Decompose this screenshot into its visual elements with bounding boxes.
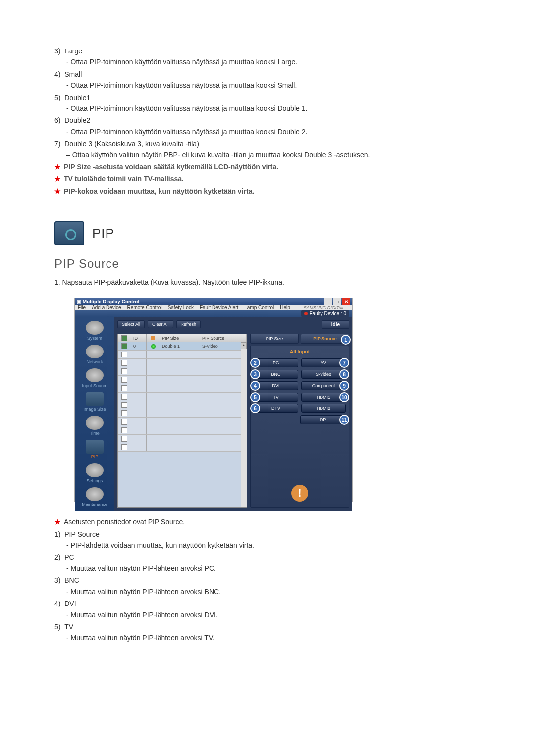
table-row[interactable] bbox=[118, 418, 247, 426]
table-row[interactable] bbox=[118, 443, 247, 452]
col-status bbox=[147, 334, 160, 342]
note: ★TV tulolähde toimii vain TV-mallissa. bbox=[54, 173, 481, 184]
idle-button[interactable]: Idle bbox=[322, 320, 349, 329]
table-row[interactable] bbox=[118, 393, 247, 401]
select-all-button[interactable]: Select All bbox=[117, 320, 145, 328]
col-pip-source[interactable]: PIP Source bbox=[200, 334, 247, 342]
tab-pip-source[interactable]: PIP Source1 bbox=[301, 334, 349, 344]
pc-button[interactable]: PC2 bbox=[254, 358, 298, 367]
note: ★Asetusten perustiedot ovat PIP Source. bbox=[54, 516, 481, 527]
row-checkbox[interactable] bbox=[121, 360, 127, 366]
table-row[interactable] bbox=[118, 435, 247, 443]
note: ★PIP Size -asetusta voidaan säätää kytke… bbox=[54, 161, 481, 172]
status-header-icon bbox=[151, 336, 155, 340]
table-row[interactable] bbox=[118, 384, 247, 393]
sidebar-item-system[interactable]: System bbox=[77, 321, 112, 341]
sidebar-item-maintenance[interactable]: Maintenance bbox=[77, 487, 112, 507]
table-row[interactable]: 0 Double 1 S-Video bbox=[118, 342, 247, 351]
table-row[interactable] bbox=[118, 376, 247, 384]
row-checkbox[interactable] bbox=[121, 394, 127, 400]
callout-3: 3 bbox=[250, 369, 260, 379]
dvi-button[interactable]: DVI4 bbox=[254, 381, 298, 390]
table-row[interactable] bbox=[118, 359, 247, 367]
row-checkbox[interactable] bbox=[121, 419, 127, 425]
hdmi2-button[interactable]: HDMI2 bbox=[301, 404, 346, 413]
row-checkbox[interactable] bbox=[121, 444, 127, 450]
status-dot-icon bbox=[304, 312, 308, 315]
av-button[interactable]: AV7 bbox=[301, 358, 346, 367]
tab-pip-size[interactable]: PIP Size bbox=[250, 334, 299, 344]
maximize-icon[interactable]: □ bbox=[333, 298, 341, 305]
table-row[interactable] bbox=[118, 351, 247, 359]
minimize-icon[interactable]: _ bbox=[324, 298, 332, 305]
list-item: 1) PIP Source- PIP-lähdettä voidaan muut… bbox=[54, 529, 481, 551]
row-checkbox[interactable] bbox=[121, 410, 127, 416]
close-icon[interactable]: ✕ bbox=[342, 298, 350, 305]
section-title: PIP bbox=[92, 226, 114, 241]
callout-7: 7 bbox=[339, 358, 349, 368]
row-checkbox[interactable] bbox=[121, 402, 127, 408]
table-row[interactable] bbox=[118, 367, 247, 376]
menu-safety-lock[interactable]: Safety Lock bbox=[168, 305, 194, 310]
component-button[interactable]: Component9 bbox=[301, 381, 346, 390]
menu-lamp-control[interactable]: Lamp Control bbox=[244, 305, 274, 310]
clear-all-button[interactable]: Clear All bbox=[148, 320, 173, 328]
scrollbar[interactable]: ▴ bbox=[241, 342, 247, 507]
refresh-button[interactable]: Refresh bbox=[176, 320, 201, 328]
sidebar-item-settings[interactable]: Settings bbox=[77, 463, 112, 483]
header-checkbox[interactable] bbox=[121, 335, 127, 341]
menu-add-device[interactable]: Add a Device bbox=[92, 305, 121, 310]
sidebar-item-time[interactable]: Time bbox=[77, 416, 112, 436]
section-header: PIP bbox=[54, 221, 481, 245]
maintenance-icon bbox=[86, 487, 104, 501]
table-row[interactable] bbox=[118, 409, 247, 418]
pip-panel: PIP Size PIP Source1 All Input PC2 AV7 B… bbox=[250, 334, 349, 508]
callout-11: 11 bbox=[339, 415, 349, 425]
scroll-up-icon[interactable]: ▴ bbox=[241, 342, 247, 349]
tv-button[interactable]: TV5 bbox=[254, 393, 298, 402]
hdmi1-button[interactable]: HDMI110 bbox=[301, 393, 346, 402]
row-checkbox[interactable] bbox=[121, 352, 127, 357]
row-checkbox[interactable] bbox=[121, 377, 127, 383]
callout-2: 2 bbox=[250, 358, 260, 368]
sidebar-item-network[interactable]: Network bbox=[77, 345, 112, 364]
all-input-label: All Input bbox=[254, 349, 346, 354]
menu-file[interactable]: File bbox=[78, 305, 86, 310]
note: ★PIP-kokoa voidaan muuttaa, kun näyttöön… bbox=[54, 186, 481, 197]
sidebar-item-pip[interactable]: PIP bbox=[77, 440, 112, 459]
app-window: ▣ Multiple Display Control _ □ ✕ File Ad… bbox=[74, 298, 353, 502]
dtv-button[interactable]: DTV6 bbox=[254, 404, 298, 413]
sidebar-item-input-source[interactable]: Input Source bbox=[77, 368, 112, 388]
row-checkbox[interactable] bbox=[121, 385, 127, 391]
app-icon: ▣ bbox=[77, 299, 81, 304]
pip-section-icon bbox=[54, 221, 84, 245]
callout-9: 9 bbox=[339, 381, 349, 391]
callout-6: 6 bbox=[250, 403, 260, 413]
row-checkbox[interactable] bbox=[121, 427, 127, 433]
titlebar[interactable]: ▣ Multiple Display Control _ □ ✕ bbox=[75, 298, 352, 305]
star-icon: ★ bbox=[54, 187, 61, 195]
list-item: 4) Small- Ottaa PIP-toiminnon käyttöön v… bbox=[54, 69, 481, 91]
dp-button[interactable]: DP11 bbox=[300, 415, 346, 424]
star-icon: ★ bbox=[54, 163, 61, 171]
bnc-button[interactable]: BNC3 bbox=[254, 370, 298, 379]
row-checkbox[interactable] bbox=[121, 436, 127, 442]
list-item: 4) DVI- Muuttaa valitun näytön PIP-lähte… bbox=[54, 598, 481, 620]
svideo-button[interactable]: S-Video8 bbox=[301, 370, 346, 379]
row-checkbox[interactable] bbox=[121, 368, 127, 374]
col-pip-size[interactable]: PIP Size bbox=[160, 334, 200, 342]
callout-5: 5 bbox=[250, 392, 260, 402]
callout-10: 10 bbox=[339, 392, 349, 402]
faulty-device-badge[interactable]: Faulty Device : 0 bbox=[301, 310, 349, 317]
system-icon bbox=[86, 321, 104, 335]
menu-help[interactable]: Help bbox=[280, 305, 290, 310]
list-item: 3) Large- Ottaa PIP-toiminnon käyttöön v… bbox=[54, 46, 481, 68]
table-row[interactable] bbox=[118, 426, 247, 435]
sidebar-item-image-size[interactable]: Image Size bbox=[77, 392, 112, 412]
col-id[interactable]: ID bbox=[131, 334, 147, 342]
menu-remote-control[interactable]: Remote Control bbox=[127, 305, 162, 310]
warning-icon: ! bbox=[291, 485, 308, 502]
table-row[interactable] bbox=[118, 401, 247, 409]
row-checkbox[interactable] bbox=[121, 343, 127, 349]
menu-fault-alert[interactable]: Fault Device Alert bbox=[200, 305, 238, 310]
